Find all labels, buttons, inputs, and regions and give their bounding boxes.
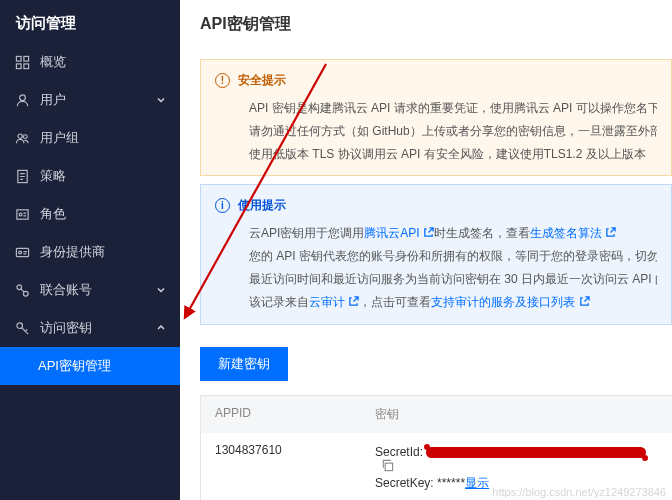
sidebar-item-label: 角色 bbox=[40, 205, 66, 223]
link-icon bbox=[14, 282, 30, 298]
external-link-icon bbox=[579, 292, 590, 303]
col-appid: APPID bbox=[201, 396, 361, 433]
svg-point-12 bbox=[16, 284, 21, 289]
create-key-button[interactable]: 新建密钥 bbox=[200, 347, 288, 381]
secretkey-mask: ****** bbox=[437, 476, 465, 490]
sidebar-item-label: 访问密钥 bbox=[40, 319, 92, 337]
sidebar-item-label: 用户 bbox=[40, 91, 66, 109]
sidebar-item-idp[interactable]: 身份提供商 bbox=[0, 233, 180, 271]
cell-appid: 1304837610 bbox=[201, 433, 361, 500]
api-link[interactable]: 腾讯云API bbox=[364, 226, 434, 240]
page-title: API密钥管理 bbox=[180, 0, 672, 51]
svg-point-14 bbox=[16, 322, 22, 328]
svg-point-5 bbox=[18, 134, 22, 138]
audit-link[interactable]: 云审计 bbox=[309, 295, 359, 309]
svg-rect-2 bbox=[16, 63, 21, 68]
secretid-label: SecretId: bbox=[375, 445, 426, 459]
svg-point-11 bbox=[18, 251, 21, 254]
redacted-secretid bbox=[426, 447, 646, 458]
copy-icon[interactable] bbox=[381, 459, 394, 472]
alert-item: 最近访问时间和最近访问服务为当前访问密钥在 30 日内最近一次访问云 API 的… bbox=[249, 268, 657, 314]
key-icon bbox=[14, 320, 30, 336]
sidebar-item-users[interactable]: 用户 bbox=[0, 81, 180, 119]
show-key-link[interactable]: 显示 bbox=[465, 476, 489, 490]
external-link-icon bbox=[605, 223, 616, 234]
secretkey-label: SecretKey: bbox=[375, 476, 437, 490]
users-icon bbox=[14, 130, 30, 146]
sidebar-item-label: 概览 bbox=[40, 53, 66, 71]
security-alert: ! 安全提示 API 密钥是构建腾讯云 API 请求的重要凭证，使用腾讯云 AP… bbox=[200, 59, 672, 176]
alert-item: 使用低版本 TLS 协议调用云 API 有安全风险，建议使用TLS1.2 及以上… bbox=[249, 143, 657, 166]
sidebar-item-federated[interactable]: 联合账号 bbox=[0, 271, 180, 309]
sidebar-item-label: 用户组 bbox=[40, 129, 79, 147]
sig-link[interactable]: 生成签名算法 bbox=[530, 226, 616, 240]
usage-alert: i 使用提示 云API密钥用于您调用腾讯云API 时生成签名，查看生成签名算法 … bbox=[200, 184, 672, 324]
svg-point-13 bbox=[23, 291, 28, 296]
sidebar-item-usergroups[interactable]: 用户组 bbox=[0, 119, 180, 157]
key-table: APPID 密钥 1304837610 SecretId: SecretKey:… bbox=[200, 395, 672, 500]
svg-point-6 bbox=[23, 134, 27, 138]
chevron-up-icon bbox=[156, 321, 166, 336]
svg-point-4 bbox=[19, 94, 25, 100]
sidebar-item-api-keys[interactable]: API密钥管理 bbox=[0, 347, 180, 385]
alert-item: 请勿通过任何方式（如 GitHub）上传或者分享您的密钥信息，一旦泄露至外部渠道… bbox=[249, 120, 657, 143]
sidebar-item-policies[interactable]: 策略 bbox=[0, 157, 180, 195]
alert-title: 使用提示 bbox=[238, 197, 286, 214]
role-icon bbox=[14, 206, 30, 222]
sidebar-item-label: API密钥管理 bbox=[38, 357, 111, 375]
svg-rect-15 bbox=[385, 463, 392, 470]
user-icon bbox=[14, 92, 30, 108]
alert-item: 您的 API 密钥代表您的账号身份和所拥有的权限，等同于您的登录密码，切勿泄露他… bbox=[249, 245, 657, 268]
external-link-icon bbox=[348, 292, 359, 303]
sidebar-item-label: 身份提供商 bbox=[40, 243, 105, 261]
audit-services-link[interactable]: 支持审计的服务及接口列表 bbox=[431, 295, 589, 309]
svg-rect-0 bbox=[16, 56, 21, 61]
sidebar-item-label: 联合账号 bbox=[40, 281, 92, 299]
external-link-icon bbox=[423, 223, 434, 234]
sidebar-item-overview[interactable]: 概览 bbox=[0, 43, 180, 81]
sidebar-item-label: 策略 bbox=[40, 167, 66, 185]
svg-rect-3 bbox=[23, 63, 28, 68]
document-icon bbox=[14, 168, 30, 184]
alert-title: 安全提示 bbox=[238, 72, 286, 89]
dashboard-icon bbox=[14, 54, 30, 70]
main-content: API密钥管理 ! 安全提示 API 密钥是构建腾讯云 API 请求的重要凭证，… bbox=[180, 0, 672, 500]
watermark: https://blog.csdn.net/yz1249273846 bbox=[492, 486, 666, 498]
sidebar-item-accesskeys[interactable]: 访问密钥 bbox=[0, 309, 180, 347]
chevron-down-icon bbox=[156, 283, 166, 298]
col-key: 密钥 bbox=[361, 396, 672, 433]
svg-point-9 bbox=[19, 213, 22, 216]
svg-rect-1 bbox=[23, 56, 28, 61]
warning-icon: ! bbox=[215, 73, 230, 88]
sidebar: 访问管理 概览 用户 用户组 策略 角色 身份提供商 联合账 bbox=[0, 0, 180, 500]
info-icon: i bbox=[215, 198, 230, 213]
sidebar-item-roles[interactable]: 角色 bbox=[0, 195, 180, 233]
sidebar-title: 访问管理 bbox=[0, 0, 180, 43]
chevron-down-icon bbox=[156, 93, 166, 108]
id-icon bbox=[14, 244, 30, 260]
alert-item: 云API密钥用于您调用腾讯云API 时生成签名，查看生成签名算法 bbox=[249, 222, 657, 245]
table-header: APPID 密钥 bbox=[201, 396, 672, 433]
alert-item: API 密钥是构建腾讯云 API 请求的重要凭证，使用腾讯云 API 可以操作您… bbox=[249, 97, 657, 120]
